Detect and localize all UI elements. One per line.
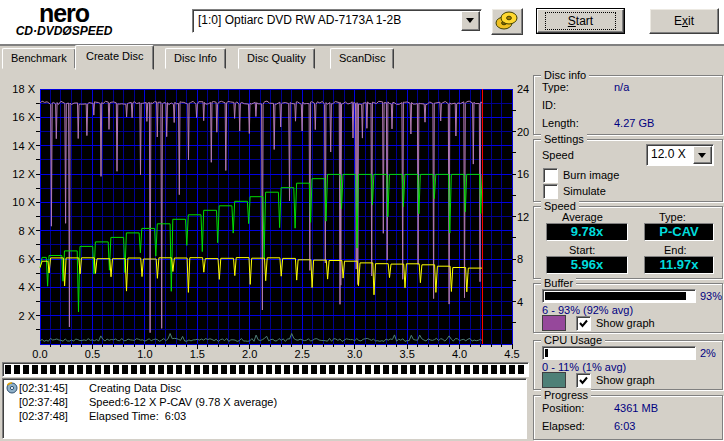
progress-title: Progress	[541, 389, 591, 401]
drive-select-combobox[interactable]: [1:0] Optiarc DVD RW AD-7173A 1-2B	[192, 9, 482, 33]
cpu-show-graph-checkbox[interactable]	[576, 373, 591, 388]
burn-image-label: Burn image	[563, 169, 619, 181]
speed-group: Speed Average Type: 9.78x P-CAV Start: E…	[533, 206, 723, 279]
nero-logo: nero CD·DVDØSPEED	[4, 1, 124, 38]
chevron-down-icon	[698, 153, 706, 162]
disc-write-icon	[6, 382, 18, 394]
buffer-group: Buffer 93% 6 - 93% (92% avg) Show graph	[533, 283, 723, 333]
x-axis-label: 1.5	[180, 348, 214, 360]
y-left-label: 8 X	[3, 225, 35, 237]
speed-select-dropdown-button[interactable]	[693, 146, 712, 164]
tab-benchmark[interactable]: Benchmark	[2, 48, 76, 69]
buffer-show-graph-label: Show graph	[596, 317, 655, 329]
x-axis-label: 2.5	[285, 348, 319, 360]
x-axis-label: 4.0	[443, 348, 477, 360]
log-icon-spacer	[6, 410, 19, 422]
y-left-label: 6 X	[3, 253, 35, 265]
start-button[interactable]: Start	[536, 8, 625, 34]
start-speed-lcd: 5.96x	[546, 256, 628, 274]
write-position-bar	[2, 362, 529, 377]
start-speed-label: Start:	[569, 244, 595, 256]
settings-title: Settings	[541, 133, 587, 145]
disc-length-value: 4.27 GB	[614, 117, 654, 129]
progress-group: Progress Position: 4361 MB Elapsed: 6:03	[533, 395, 723, 440]
x-axis-label: 3.5	[390, 348, 424, 360]
x-axis-label: 2.0	[233, 348, 267, 360]
log-row: [02:37:48]Speed:6-12 X P-CAV (9.78 X ave…	[3, 395, 526, 409]
log-row: [02:31:45]Creating Data Disc	[3, 381, 526, 395]
buffer-level-bar	[542, 289, 696, 303]
position-label: Position:	[542, 402, 584, 414]
log-icon-spacer	[6, 396, 19, 408]
x-axis-label: 0.0	[23, 348, 57, 360]
type-label: Type:	[659, 211, 686, 223]
start-button-face: Start	[537, 9, 624, 33]
position-value: 4361 MB	[614, 402, 658, 414]
tab-disc-quality[interactable]: Disc Quality	[238, 48, 315, 69]
y-left-label: 14 X	[3, 140, 35, 152]
cpu-show-graph-label: Show graph	[596, 374, 655, 386]
eject-disc-button[interactable]	[491, 8, 523, 35]
speed-select-value: 12.0 X	[651, 147, 686, 161]
y-left-label: 10 X	[3, 196, 35, 208]
end-speed-label: End:	[664, 244, 687, 256]
buffer-level-fill	[545, 292, 686, 300]
check-icon	[579, 319, 588, 328]
disc-info-title: Disc info	[541, 69, 589, 81]
disc-info-group: Disc info Type: n/a ID: Length: 4.27 GB	[533, 75, 723, 135]
average-label: Average	[562, 211, 603, 223]
log-message: Elapsed Time: 6:03	[89, 410, 186, 422]
tab-scandisc[interactable]: ScanDisc	[330, 48, 394, 69]
log-timestamp: [02:37:48]	[19, 396, 75, 408]
cpu-percent: 2%	[700, 347, 716, 359]
cpu-series-swatch	[542, 372, 566, 388]
buffer-percent: 93%	[700, 290, 722, 302]
write-speed-graph	[32, 85, 520, 355]
x-axis-label: 0.5	[75, 348, 109, 360]
x-axis-label: 4.5	[495, 348, 529, 360]
y-left-label: 18 X	[3, 83, 35, 95]
drive-select-value: [1:0] Optiarc DVD RW AD-7173A 1-2B	[198, 13, 461, 27]
cpu-usage-fill	[545, 349, 548, 357]
elapsed-value: 6:03	[614, 420, 635, 432]
log-row: [02:37:48]Elapsed Time: 6:03	[3, 409, 526, 423]
y-left-label: 2 X	[3, 310, 35, 322]
burn-image-checkbox[interactable]	[543, 168, 558, 183]
end-speed-lcd: 11.97x	[644, 256, 714, 274]
chevron-down-icon	[466, 18, 474, 27]
speed-select-combobox[interactable]: 12.0 X	[646, 144, 714, 166]
x-axis-label: 1.0	[128, 348, 162, 360]
status-log: [02:31:45]Creating Data Disc[02:37:48]Sp…	[2, 378, 527, 439]
disc-type-label: Type:	[542, 81, 569, 93]
x-axis-label: 3.0	[338, 348, 372, 360]
logo-text-cddvdspeed: CD·DVDØSPEED	[4, 25, 124, 38]
cpu-usage-group: CPU Usage 2% 0 - 11% (1% avg) Show graph	[533, 340, 723, 390]
disc-length-label: Length:	[542, 117, 579, 129]
buffer-show-graph-checkbox[interactable]	[576, 316, 591, 331]
disc-id-label: ID:	[542, 99, 556, 111]
start-button-label: Start	[545, 12, 616, 30]
drive-select-dropdown-button[interactable]	[461, 11, 480, 31]
log-message: Creating Data Disc	[89, 382, 181, 394]
header-bar: nero CD·DVDØSPEED [1:0] Optiarc DVD RW A…	[0, 0, 724, 46]
log-timestamp: [02:37:48]	[19, 410, 75, 422]
discs-icon	[492, 9, 520, 32]
y-left-label: 12 X	[3, 168, 35, 180]
log-entry-icon	[6, 382, 19, 394]
disc-type-value: n/a	[614, 81, 629, 93]
elapsed-label: Elapsed:	[542, 420, 585, 432]
simulate-checkbox[interactable]	[543, 184, 558, 199]
check-icon	[579, 376, 588, 385]
logo-text-nero: nero	[4, 1, 124, 25]
tab-disc-info[interactable]: Disc Info	[165, 48, 226, 69]
log-message: Speed:6-12 X P-CAV (9.78 X average)	[89, 396, 277, 408]
exit-button[interactable]: Exit	[649, 8, 719, 34]
speed-type-lcd: P-CAV	[644, 223, 714, 241]
buffer-title: Buffer	[541, 277, 576, 289]
cpu-title: CPU Usage	[541, 334, 605, 346]
simulate-label: Simulate	[563, 185, 606, 197]
tab-create-disc[interactable]: Create Disc	[75, 45, 154, 70]
y-left-label: 16 X	[3, 111, 35, 123]
write-position-fill	[5, 365, 526, 374]
cpu-usage-bar	[542, 346, 696, 360]
